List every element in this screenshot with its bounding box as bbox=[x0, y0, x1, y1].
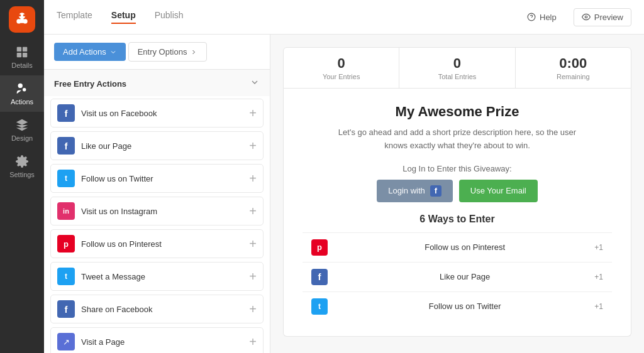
facebook-logo: f bbox=[430, 185, 441, 197]
svg-point-11 bbox=[23, 88, 26, 92]
action-item-share-facebook[interactable]: f Share on Facebook + bbox=[50, 295, 264, 323]
sidebar-item-label: Details bbox=[11, 62, 33, 69]
entry-item-pinterest: p Follow us on Pinterest +1 bbox=[303, 232, 612, 262]
action-item-tweet-message[interactable]: t Tweet a Message + bbox=[50, 262, 264, 291]
total-entries-value: 0 bbox=[407, 55, 507, 72]
action-item-like-page[interactable]: f Like our Page + bbox=[50, 131, 264, 160]
free-entry-toggle[interactable] bbox=[250, 77, 260, 90]
sidebar-item-design[interactable]: Design bbox=[0, 112, 44, 148]
entry-label: Follow us on Twitter bbox=[335, 301, 594, 311]
sidebar-item-details[interactable]: Details bbox=[0, 39, 44, 75]
svg-rect-7 bbox=[23, 47, 27, 52]
chevron-right-icon bbox=[190, 48, 197, 56]
sidebar-item-actions[interactable]: Actions bbox=[0, 75, 44, 112]
action-label: Like our Page bbox=[81, 141, 249, 151]
entry-item-twitter-follow: t Follow us on Twitter +1 bbox=[303, 291, 612, 321]
logo-icon bbox=[14, 11, 30, 28]
entry-list: p Follow us on Pinterest +1 f Like our P… bbox=[303, 232, 612, 321]
tab-template[interactable]: Template bbox=[57, 10, 92, 24]
add-action-button[interactable]: + bbox=[249, 270, 257, 283]
action-item-visit-page[interactable]: ↗ Visit a Page + bbox=[50, 327, 264, 353]
stat-remaining: 0:00 Remaining bbox=[516, 48, 631, 88]
action-label: Visit us on Facebook bbox=[81, 109, 249, 118]
panel-toolbar: Add Actions Entry Options bbox=[44, 35, 270, 70]
free-entry-action-list: f Visit us on Facebook + f Like our Page… bbox=[44, 96, 270, 353]
left-panel: Add Actions Entry Options Free Entry Act… bbox=[44, 35, 270, 353]
preview-button[interactable]: Preview bbox=[574, 8, 631, 26]
action-label: Tweet a Message bbox=[81, 272, 249, 281]
add-action-button[interactable]: + bbox=[249, 335, 257, 348]
login-buttons: Login with f Use Your Email bbox=[303, 180, 612, 202]
free-entry-section-header: Free Entry Actions bbox=[44, 70, 270, 96]
entry-points: +1 bbox=[594, 273, 603, 281]
stat-total-entries: 0 Total Entries bbox=[399, 48, 515, 88]
details-icon bbox=[15, 45, 29, 59]
your-entries-label: Your Entries bbox=[291, 73, 391, 80]
help-icon bbox=[527, 13, 536, 21]
login-email-button[interactable]: Use Your Email bbox=[459, 180, 538, 202]
stats-bar: 0 Your Entries 0 Total Entries 0:00 Rema… bbox=[283, 47, 631, 89]
add-action-button[interactable]: + bbox=[249, 237, 257, 250]
svg-rect-9 bbox=[23, 53, 27, 57]
action-label: Visit us on Instagram bbox=[81, 207, 249, 216]
ways-title: 6 Ways to Enter bbox=[303, 214, 612, 225]
login-label: Log In to Enter this Giveaway: bbox=[303, 164, 612, 173]
free-entry-title: Free Entry Actions bbox=[54, 79, 126, 89]
entry-points: +1 bbox=[594, 243, 603, 252]
add-action-button[interactable]: + bbox=[249, 172, 257, 185]
login-facebook-button[interactable]: Login with f bbox=[377, 180, 453, 202]
twitter-icon: t bbox=[57, 170, 75, 187]
svg-point-4 bbox=[19, 14, 21, 17]
pinterest-icon: p bbox=[57, 235, 75, 253]
sidebar-item-label: Actions bbox=[11, 98, 33, 106]
right-panel: 0 Your Entries 0 Total Entries 0:00 Rema… bbox=[270, 35, 644, 353]
panel-scroll: Free Entry Actions f Visit us on Faceboo… bbox=[44, 70, 270, 353]
svg-point-15 bbox=[585, 16, 587, 18]
prize-title: My Awesome Prize bbox=[303, 104, 612, 120]
login-facebook-text: Login with bbox=[388, 186, 425, 195]
login-section: Log In to Enter this Giveaway: Login wit… bbox=[303, 164, 612, 202]
stat-your-entries: 0 Your Entries bbox=[284, 48, 399, 88]
action-item-visit-facebook[interactable]: f Visit us on Facebook + bbox=[50, 99, 264, 128]
prize-card: My Awesome Prize Let's go ahead and add … bbox=[283, 89, 631, 337]
svg-rect-3 bbox=[20, 19, 24, 23]
pinterest-entry-icon: p bbox=[311, 239, 328, 256]
nav-tabs: Template Setup Publish bbox=[57, 10, 184, 24]
tab-publish[interactable]: Publish bbox=[155, 10, 184, 24]
svg-rect-6 bbox=[17, 47, 21, 52]
help-button[interactable]: Help bbox=[519, 9, 564, 26]
action-item-follow-twitter[interactable]: t Follow us on Twitter + bbox=[50, 164, 264, 193]
action-label: Share on Facebook bbox=[81, 305, 249, 314]
action-item-follow-pinterest[interactable]: p Follow us on Pinterest + bbox=[50, 229, 264, 258]
add-action-button[interactable]: + bbox=[249, 139, 257, 152]
entry-options-button[interactable]: Entry Options bbox=[128, 42, 208, 62]
entry-label: Follow us on Pinterest bbox=[335, 242, 594, 252]
settings-icon bbox=[15, 155, 29, 168]
svg-point-10 bbox=[18, 84, 23, 88]
add-action-button[interactable]: + bbox=[249, 107, 257, 119]
action-item-visit-instagram[interactable]: in Visit us on Instagram + bbox=[50, 197, 264, 225]
remaining-value: 0:00 bbox=[523, 55, 623, 72]
sidebar-item-label: Design bbox=[11, 134, 33, 142]
tab-setup[interactable]: Setup bbox=[111, 10, 136, 24]
facebook-entry-icon: f bbox=[311, 269, 328, 285]
twitter-entry-icon: t bbox=[311, 298, 328, 315]
chevron-down-icon bbox=[109, 48, 117, 56]
chevron-down-icon bbox=[250, 77, 260, 87]
add-action-button[interactable]: + bbox=[249, 303, 257, 315]
main-area: Template Setup Publish Help Preview bbox=[44, 0, 644, 353]
add-actions-button[interactable]: Add Actions bbox=[54, 43, 126, 61]
entry-points: +1 bbox=[594, 302, 603, 311]
total-entries-label: Total Entries bbox=[407, 73, 507, 80]
nav-right: Help Preview bbox=[519, 8, 631, 26]
your-entries-value: 0 bbox=[291, 55, 391, 72]
action-label: Visit a Page bbox=[81, 337, 249, 347]
content-area: Add Actions Entry Options Free Entry Act… bbox=[44, 35, 644, 353]
entry-label: Like our Page bbox=[335, 272, 594, 281]
sidebar-item-settings[interactable]: Settings bbox=[0, 148, 44, 185]
design-icon bbox=[15, 118, 29, 132]
top-nav: Template Setup Publish Help Preview bbox=[44, 0, 644, 35]
visit-page-icon: ↗ bbox=[57, 333, 75, 350]
add-action-button[interactable]: + bbox=[249, 205, 257, 217]
action-label: Follow us on Pinterest bbox=[81, 239, 249, 249]
